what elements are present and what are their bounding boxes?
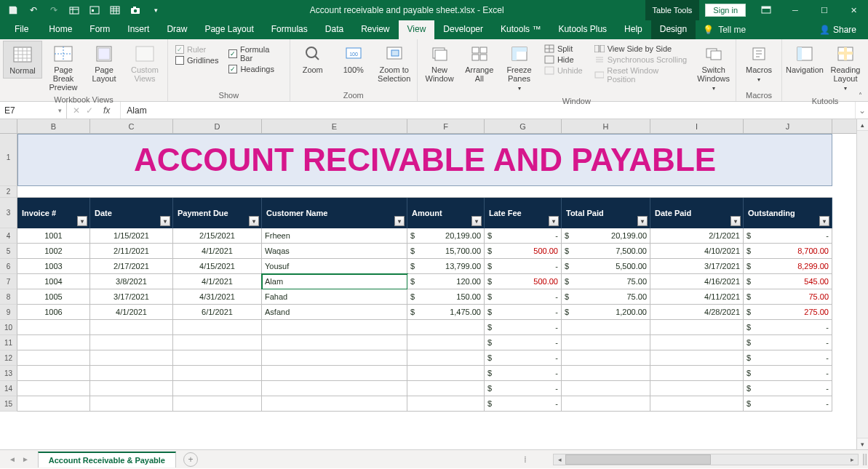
cell[interactable]: 1004 [17,274,90,289]
tab-data[interactable]: Data [316,20,352,39]
cell[interactable] [173,320,262,335]
hscroll-thumb[interactable] [565,454,711,465]
col-header-D[interactable]: D [173,119,262,133]
cell[interactable] [562,396,650,412]
row-header-11[interactable]: 11 [0,335,17,350]
chevron-down-icon[interactable]: ▾ [58,107,62,114]
row-header-1[interactable]: 1 [0,134,17,186]
navigation-button[interactable]: Navigation [785,41,824,77]
row-header-3[interactable]: 3 [0,198,17,228]
cell[interactable]: 2/15/2021 [173,228,262,244]
vertical-scrollbar[interactable]: ▴ ▾ [856,119,868,449]
th-date-paid[interactable]: Date Paid▾ [650,198,744,228]
cell[interactable]: 1003 [17,259,90,274]
cell[interactable]: $- [485,350,562,366]
close-icon[interactable]: ✕ [839,0,868,20]
tab-file[interactable]: File [3,20,40,39]
cell[interactable]: Yousuf [262,259,407,274]
redo-icon[interactable]: ↷ [45,2,63,18]
cell[interactable] [407,335,485,350]
title-banner[interactable]: ACCOUNT RECIVABLE AND PAYABLE [17,134,832,186]
cell[interactable] [407,366,485,381]
th-outstanding[interactable]: Outstanding▾ [744,198,832,228]
cell[interactable]: 1/15/2021 [90,228,173,244]
cell[interactable]: Waqas [262,244,407,259]
cell[interactable]: $- [744,335,832,350]
qat-icon-3[interactable] [106,2,124,18]
cell[interactable]: 4/31/2021 [173,289,262,305]
freeze-panes-button[interactable]: Freeze Panes▾ [500,41,538,96]
cell[interactable] [173,335,262,350]
cell[interactable] [407,396,485,412]
cell[interactable]: 4/28/2021 [650,305,744,320]
th-invoice[interactable]: Invoice #▾ [17,198,90,228]
cell[interactable]: $275.00 [744,305,832,320]
cell[interactable] [262,366,407,381]
row-header-4[interactable]: 4 [0,228,17,244]
cell[interactable] [262,381,407,396]
cell[interactable] [17,396,90,412]
row-header-8[interactable]: 8 [0,289,17,305]
filter-icon[interactable]: ▾ [549,216,559,226]
cell[interactable]: 4/1/2021 [173,244,262,259]
col-header-H[interactable]: H [562,119,650,133]
cancel-formula-icon[interactable]: ✕ [73,105,80,116]
cell[interactable] [562,320,650,335]
cell[interactable]: 1005 [17,289,90,305]
tab-developer[interactable]: Developer [434,20,492,39]
row-header-14[interactable]: 14 [0,381,17,396]
custom-views-button[interactable]: Custom Views [125,41,164,86]
cell[interactable]: 4/10/2021 [650,244,744,259]
scroll-up-icon[interactable]: ▴ [857,119,868,131]
cell[interactable] [262,396,407,412]
th-customer[interactable]: Customer Name▾ [262,198,407,228]
cell[interactable] [262,320,407,335]
row-header-15[interactable]: 15 [0,396,17,412]
cell[interactable]: $13,799.00 [407,259,485,274]
fx-icon[interactable]: fx [99,105,114,116]
qat-icon-2[interactable] [86,2,103,18]
cell[interactable]: $8,700.00 [744,244,832,259]
cell[interactable] [650,381,744,396]
cell[interactable] [90,350,173,366]
cell[interactable] [262,350,407,366]
cell[interactable]: Asfand [262,305,407,320]
cell[interactable] [562,366,650,381]
switch-windows-button[interactable]: Switch Windows▾ [694,41,733,96]
cell[interactable]: 4/16/2021 [650,274,744,289]
accept-formula-icon[interactable]: ✓ [86,105,93,116]
tab-page-layout[interactable]: Page Layout [196,20,262,39]
tab-view[interactable]: View [399,20,435,39]
cell[interactable]: 4/1/2021 [90,305,173,320]
cell[interactable] [17,320,90,335]
tab-kutools-plus[interactable]: Kutools Plus [549,20,616,39]
tab-draw[interactable]: Draw [158,20,196,39]
cell[interactable] [17,186,832,198]
cell[interactable] [17,381,90,396]
cell[interactable]: 1001 [17,228,90,244]
zoom-button[interactable]: Zoom [293,41,333,77]
horizontal-scrollbar[interactable]: ◂ ▸ [553,454,859,465]
cell[interactable]: 4/1/2021 [173,274,262,289]
tab-review[interactable]: Review [352,20,398,39]
cell[interactable]: $75.00 [562,274,650,289]
add-sheet-icon[interactable]: + [183,452,198,467]
cell[interactable]: $20,199.00 [407,228,485,244]
sign-in-button[interactable]: Sign in [705,4,746,17]
cell[interactable]: $- [744,366,832,381]
cell[interactable] [173,366,262,381]
cell[interactable]: $1,475.00 [407,305,485,320]
filter-icon[interactable]: ▾ [394,216,405,226]
filter-icon[interactable]: ▾ [249,216,259,226]
cell[interactable] [173,381,262,396]
th-date[interactable]: Date▾ [90,198,173,228]
cell[interactable]: 3/17/2021 [650,259,744,274]
cell[interactable]: $545.00 [744,274,832,289]
cell[interactable] [262,335,407,350]
cell[interactable]: $75.00 [562,289,650,305]
cell[interactable]: $500.00 [485,244,562,259]
zoom-100-button[interactable]: 100100% [334,41,373,77]
save-icon[interactable] [4,2,22,18]
maximize-icon[interactable]: ☐ [810,0,839,20]
cell[interactable] [173,396,262,412]
